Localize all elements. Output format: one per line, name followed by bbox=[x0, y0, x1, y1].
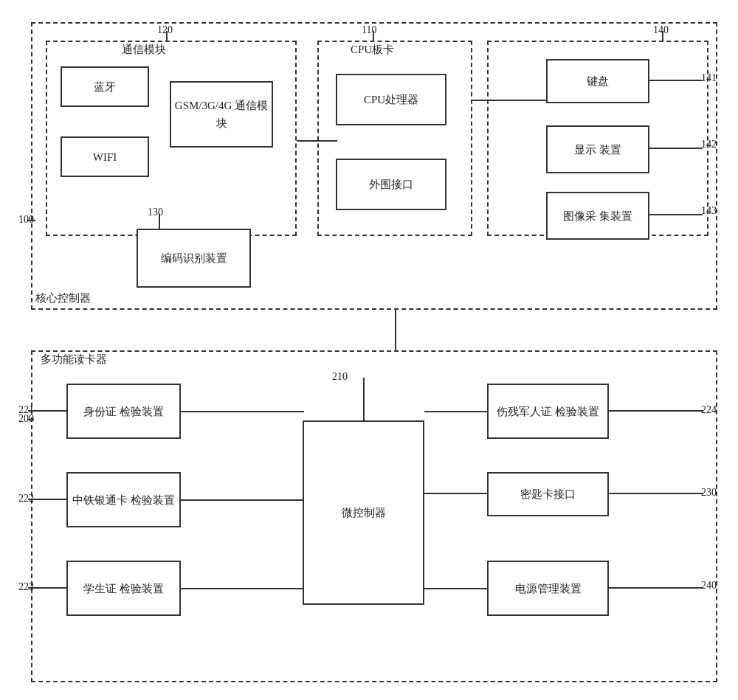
image-capture-box: 图像采 集装置 bbox=[546, 192, 649, 240]
line-230 bbox=[609, 493, 703, 494]
gsm-box: GSM/3G/4G 通信模块 bbox=[170, 81, 273, 148]
line-top-bottom bbox=[395, 310, 396, 350]
label-id-check: 身份证 检验装置 bbox=[83, 403, 164, 420]
ann-142: 142 bbox=[701, 139, 717, 150]
label-microcontroller: 微控制器 bbox=[342, 504, 386, 521]
line-cpu-right bbox=[472, 100, 546, 101]
encode-box: 编码识别装置 bbox=[137, 229, 251, 288]
line-micro-pm bbox=[424, 588, 489, 589]
ann-110: 110 bbox=[362, 24, 376, 36]
line-140 bbox=[662, 31, 663, 42]
line-120 bbox=[166, 31, 168, 42]
label-multicard: 多功能读卡器 bbox=[41, 353, 107, 367]
ann-224: 224 bbox=[701, 404, 717, 416]
label-key-card: 密匙卡接口 bbox=[520, 485, 576, 503]
student-check-box: 学生证 检验装置 bbox=[66, 561, 181, 616]
line-224 bbox=[609, 410, 703, 412]
line-zt-micro bbox=[181, 499, 304, 501]
line-130 bbox=[159, 214, 160, 230]
label-wifi: WIFI bbox=[93, 148, 117, 166]
cpu-processor-box: CPU处理器 bbox=[336, 74, 446, 125]
ann-210: 210 bbox=[332, 371, 348, 383]
line-110 bbox=[373, 31, 374, 42]
label-gsm: GSM/3G/4G 通信模块 bbox=[171, 97, 272, 132]
line-comm-cpu bbox=[297, 140, 337, 142]
ann-230: 230 bbox=[701, 487, 717, 499]
line-id-micro bbox=[181, 411, 304, 412]
ann-143: 143 bbox=[701, 205, 717, 217]
bluetooth-box: 蓝牙 bbox=[61, 66, 149, 107]
keyboard-box: 键盘 bbox=[546, 59, 649, 103]
microcontroller-box: 微控制器 bbox=[303, 420, 424, 605]
line-222 bbox=[28, 499, 68, 500]
peripheral-interface-box: 外围接口 bbox=[336, 159, 446, 210]
zt-check-box: 中铁银通卡 检验装置 bbox=[66, 472, 181, 527]
line-221 bbox=[28, 410, 68, 412]
line-100 bbox=[28, 220, 35, 221]
wifi-box: WIFI bbox=[61, 136, 149, 177]
display-box: 显示 装置 bbox=[546, 125, 649, 173]
label-display: 显示 装置 bbox=[574, 141, 621, 159]
ann-120: 120 bbox=[157, 24, 173, 36]
label-disabled-soldier: 伤残军人证 检验装置 bbox=[497, 403, 599, 420]
label-bluetooth: 蓝牙 bbox=[94, 78, 116, 96]
label-power-mgmt: 电源管理装置 bbox=[515, 580, 582, 597]
label-comm-module: 通信模块 bbox=[122, 43, 166, 57]
label-student-check: 学生证 检验装置 bbox=[83, 580, 164, 597]
line-223 bbox=[28, 587, 68, 589]
label-core-controller: 核心控制器 bbox=[35, 291, 91, 305]
line-micro-ds bbox=[424, 411, 489, 412]
power-mgmt-box: 电源管理装置 bbox=[487, 561, 609, 616]
line-240 bbox=[609, 587, 703, 589]
id-check-box: 身份证 检验装置 bbox=[66, 384, 181, 439]
ann-130: 130 bbox=[148, 207, 163, 218]
line-210 bbox=[363, 378, 365, 420]
diagram: 核心控制器 100 通信模块 120 蓝牙 WIFI GSM/3G/4G 通信模… bbox=[0, 0, 738, 700]
label-zt-check: 中铁银通卡 检验装置 bbox=[72, 491, 175, 509]
ann-140: 140 bbox=[653, 24, 669, 36]
line-143 bbox=[649, 214, 703, 215]
label-keyboard: 键盘 bbox=[587, 72, 609, 90]
label-encode: 编码识别装置 bbox=[161, 249, 227, 267]
line-141 bbox=[649, 80, 703, 81]
ann-141: 141 bbox=[701, 72, 717, 84]
label-image-capture: 图像采 集装置 bbox=[563, 207, 632, 225]
ann-240: 240 bbox=[701, 580, 717, 592]
key-card-box: 密匙卡接口 bbox=[487, 472, 609, 516]
line-student-micro bbox=[181, 588, 304, 589]
disabled-soldier-box: 伤残军人证 检验装置 bbox=[487, 384, 609, 439]
label-cpu-board: CPU板卡 bbox=[351, 43, 394, 57]
line-142 bbox=[649, 148, 703, 149]
line-micro-kc bbox=[424, 493, 489, 494]
label-peripheral-interface: 外围接口 bbox=[369, 176, 413, 193]
label-cpu-processor: CPU处理器 bbox=[364, 91, 418, 108]
line-200 bbox=[28, 419, 34, 420]
